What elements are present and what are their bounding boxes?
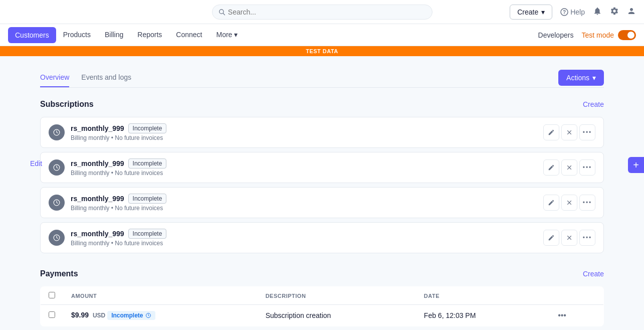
more-subscription-button[interactable]: ••• [579,230,595,246]
main-content: Overview Events and logs Actions ▾ Subsc… [0,56,644,330]
subscription-name: rs_monthly_999 [71,159,124,168]
pencil-icon [548,199,555,206]
nav-right: Create ▾ ? Help [510,5,636,20]
subscription-row: rs_monthly_999 Incomplete Billing monthl… [40,222,604,253]
subscription-status-badge: Incomplete [128,229,167,239]
user-icon[interactable] [627,7,636,18]
edit-subscription-button[interactable] [543,195,559,211]
settings-icon[interactable] [610,7,619,18]
main-nav-right: Developers Test mode [538,30,636,40]
search-bar[interactable] [212,5,433,20]
subscription-description: Billing monthly • No future invoices [71,134,543,141]
subscription-row: rs_monthly_999 Incomplete Billing monthl… [40,117,604,148]
edit-subscription-button[interactable] [543,159,559,176]
help-link[interactable]: ? Help [560,8,585,16]
nav-item-reports[interactable]: Reports [130,24,169,46]
svg-line-1 [223,13,225,15]
subscription-description: Billing monthly • No future invoices [71,170,543,177]
subscriptions-title: Subscriptions [40,100,94,109]
tab-events-and-logs[interactable]: Events and logs [81,68,131,87]
subscription-name: rs_monthly_999 [71,230,124,238]
close-icon [566,164,573,171]
description-column-header: DESCRIPTION [258,287,416,305]
subscription-row: rs_monthly_999 Incomplete Billing monthl… [40,152,604,183]
subscription-status-badge: Incomplete [128,194,167,204]
actions-button[interactable]: Actions ▾ [558,70,604,86]
edit-link[interactable]: Edit [30,159,42,168]
payments-header: Payments Create [40,269,604,278]
main-nav: Customers Products Billing Reports Conne… [0,24,644,46]
fab-button[interactable]: + [628,157,644,173]
nav-item-products[interactable]: Products [56,24,98,46]
test-mode-switch[interactable] [618,30,636,40]
ellipsis-icon: ••• [583,234,592,241]
payments-table: AMOUNT DESCRIPTION DATE [40,286,604,326]
tabs-bar: Overview Events and logs Actions ▾ [40,68,604,88]
close-icon [566,199,573,206]
cancel-subscription-button[interactable] [561,159,577,176]
search-input[interactable] [228,8,426,16]
payment-row: $9.99 USD Incomplete Subscription creati… [41,305,604,326]
subscription-description: Billing monthly • No future invoices [71,205,543,212]
test-data-banner: TEST DATA [0,46,644,56]
payment-description: Subscription creation [258,305,416,326]
developers-link[interactable]: Developers [538,31,574,39]
amount-column-header: AMOUNT [63,287,258,305]
nav-item-customers[interactable]: Customers [8,27,56,43]
ellipsis-icon: ••• [583,129,592,136]
close-icon [566,129,573,136]
subscription-name: rs_monthly_999 [71,124,124,132]
search-icon [219,9,225,16]
top-nav: Create ▾ ? Help [0,0,644,24]
close-icon [566,234,573,241]
cancel-subscription-button[interactable] [561,124,577,140]
subscription-icon [49,124,65,140]
more-subscription-button[interactable]: ••• [579,124,595,140]
payment-status-badge: Incomplete [107,311,155,320]
subscription-info: rs_monthly_999 Incomplete Billing monthl… [71,229,543,247]
subscription-description: Billing monthly • No future invoices [71,240,543,247]
subscription-icon [49,230,65,246]
subscriptions-header: Subscriptions Create [40,100,604,109]
pencil-icon [548,164,555,171]
select-all-checkbox[interactable] [49,292,55,298]
subscription-actions: ••• [543,124,595,140]
payment-checkbox[interactable] [49,311,55,318]
tab-overview[interactable]: Overview [40,68,69,87]
subscription-info: rs_monthly_999 Incomplete Billing monthl… [71,123,543,141]
subscriptions-create-link[interactable]: Create [583,100,604,108]
cancel-subscription-button[interactable] [561,195,577,211]
subscription-actions: ••• [543,230,595,246]
payments-create-link[interactable]: Create [583,270,604,278]
notifications-icon[interactable] [593,7,602,18]
create-button[interactable]: Create ▾ [510,5,552,20]
payments-title: Payments [40,269,78,278]
subscription-actions: ••• [543,159,595,176]
subscription-icon [49,159,65,176]
nav-item-billing[interactable]: Billing [98,24,130,46]
payment-amount: $9.99 USD Incomplete [63,305,258,326]
nav-item-more[interactable]: More ▾ [209,24,245,46]
subscriptions-section: Subscriptions Create rs_monthly_999 Inco… [40,100,604,253]
subscription-row: rs_monthly_999 Incomplete Billing monthl… [40,187,604,218]
edit-subscription-button[interactable] [543,124,559,140]
test-mode-toggle[interactable]: Test mode [581,30,636,40]
nav-item-connect[interactable]: Connect [169,24,209,46]
subscription-icon [49,195,65,211]
payment-more-button[interactable]: ••• [556,311,568,320]
subscription-name: rs_monthly_999 [71,195,124,203]
cancel-subscription-button[interactable] [561,230,577,246]
edit-subscription-button[interactable] [543,230,559,246]
pencil-icon [548,129,555,136]
payments-section: Payments Create AMOUNT DESCRIPTION DATE [40,269,604,326]
more-subscription-button[interactable]: ••• [579,195,595,211]
svg-text:?: ? [563,10,566,15]
subscription-actions: ••• [543,195,595,211]
more-subscription-button[interactable]: ••• [579,159,595,176]
ellipsis-icon: ••• [583,199,592,206]
subscription-info: rs_monthly_999 Incomplete Billing monthl… [71,158,543,177]
subscription-status-badge: Incomplete [128,158,167,169]
date-column-header: DATE [416,287,548,305]
clock-icon [145,312,151,318]
subscription-status-badge: Incomplete [128,123,167,133]
